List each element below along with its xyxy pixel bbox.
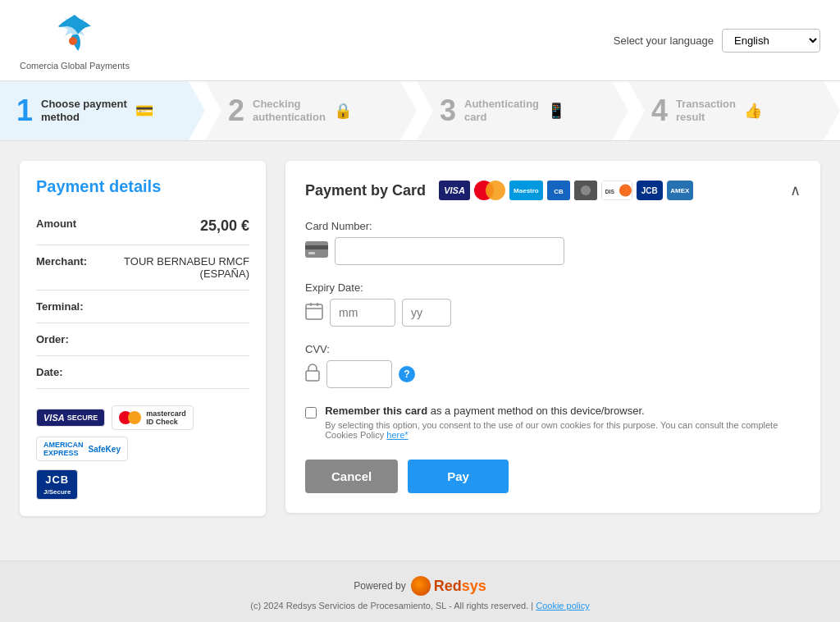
button-row: Cancel Pay <box>305 460 801 493</box>
step-3-icon: 📱 <box>547 102 565 120</box>
redsys-logo: Redsys <box>411 576 486 596</box>
svg-point-7 <box>619 184 632 196</box>
step-3-info: Authenticatingcard <box>464 98 539 123</box>
card-number-label: Card Number: <box>305 220 801 232</box>
step-1: 1 Choose paymentmethod 💳 <box>0 81 205 140</box>
svg-rect-15 <box>306 371 319 381</box>
language-label: Select your language <box>614 34 714 47</box>
payment-details-panel: Payment details Amount 25,00 € Merchant:… <box>20 161 266 516</box>
maestro-logo: Maestro <box>509 181 543 200</box>
logo-text: Comercia Global Payments <box>20 61 130 71</box>
redsys-text: Redsys <box>434 578 486 595</box>
step-1-info: Choose paymentmethod <box>41 98 127 123</box>
step-2-info: Checkingauthentication <box>253 98 326 123</box>
mc-idcheck-logo: mastercardID Check <box>112 405 194 430</box>
step-4-info: Transactionresult <box>676 98 736 123</box>
step-2-title: Checkingauthentication <box>253 98 326 123</box>
panel-header: Payment by Card VISA Maestro CB <box>305 181 801 200</box>
expiry-input-row <box>305 299 801 327</box>
language-area: Select your language English Español Fra… <box>614 29 820 53</box>
order-row: Order: <box>36 323 249 356</box>
step-4-number: 4 <box>651 96 668 126</box>
copyright-text: (c) 2024 Redsys Servicios de Procesamien… <box>250 601 533 611</box>
payment-details-heading: Payment details <box>36 177 249 196</box>
brand-logo <box>42 10 107 59</box>
jcb-secure-logo: JCB J/Secure <box>36 469 78 500</box>
cvv-input-row: ? <box>305 360 801 388</box>
svg-rect-10 <box>308 252 315 254</box>
logo-area: Comercia Global Payments <box>20 10 130 71</box>
visa-logo: VISA <box>439 181 470 200</box>
amount-value: 25,00 € <box>200 217 249 235</box>
footer-copyright: (c) 2024 Redsys Servicios de Procesamien… <box>15 601 825 611</box>
remember-text-area: Remember this card as a payment method o… <box>325 405 801 440</box>
svg-text:CB: CB <box>554 188 564 195</box>
powered-by-text: Powered by <box>354 580 405 592</box>
svg-rect-11 <box>306 304 322 319</box>
step-1-title: Choose paymentmethod <box>41 98 127 123</box>
step-2-icon: 🔒 <box>334 102 352 120</box>
step-4: 4 Transactionresult 👍 <box>628 81 840 140</box>
footer-powered-row: Powered by Redsys <box>15 576 825 596</box>
cookies-policy-link[interactable]: here* <box>386 430 408 440</box>
jcb-logo-row: JCB J/Secure <box>36 469 249 500</box>
remember-card-text: Remember this card as a payment method o… <box>325 405 801 417</box>
step-4-title: Transactionresult <box>676 98 736 123</box>
cvv-help-button[interactable]: ? <box>399 366 415 382</box>
payment-card-panel: Payment by Card VISA Maestro CB <box>285 161 820 513</box>
remember-card-row: Remember this card as a payment method o… <box>305 405 801 440</box>
card-icon <box>305 241 328 262</box>
cvv-input[interactable] <box>326 360 392 388</box>
merchant-label: Merchant: <box>36 255 87 268</box>
step-3-number: 3 <box>440 96 456 126</box>
step-2-number: 2 <box>228 96 244 126</box>
amount-label: Amount <box>36 217 76 230</box>
step-1-icon: 💳 <box>135 102 153 120</box>
jcb-logo: JCB <box>637 181 663 200</box>
remember-card-suffix: as a payment method on this device/brows… <box>431 405 645 417</box>
svg-text:DIS: DIS <box>605 189 615 194</box>
discover-logo: DIS <box>601 181 632 200</box>
step-2: 2 Checkingauthentication 🔒 <box>205 81 417 140</box>
step-3-title: Authenticatingcard <box>464 98 539 123</box>
cookie-policy-link[interactable]: Cookie policy <box>536 601 589 611</box>
pay-button[interactable]: Pay <box>408 460 509 493</box>
collapse-button[interactable]: ∧ <box>790 181 801 199</box>
expiry-field: Expiry Date: <box>305 281 801 327</box>
steps-bar: 1 Choose paymentmethod 💳 2 Checkingauthe… <box>0 81 840 141</box>
card-logos: VISA Maestro CB DIS <box>439 181 693 200</box>
card-number-input-row <box>305 237 801 265</box>
cancel-button[interactable]: Cancel <box>305 460 398 493</box>
step-1-number: 1 <box>16 96 33 126</box>
amex-safekey-logo: AMERICANEXPRESS SafeKey <box>36 437 128 461</box>
calendar-icon <box>305 302 323 324</box>
generic-logo-2 <box>574 181 597 200</box>
security-logos: VISA SECURE mastercardID Check AMERICANE… <box>36 405 249 461</box>
terminal-label: Terminal: <box>36 300 84 313</box>
card-number-input[interactable] <box>335 237 564 265</box>
cvv-field: CVV: ? <box>305 343 801 388</box>
remember-card-strong: Remember this card <box>325 405 427 417</box>
amex-logo: AMEX <box>667 181 693 200</box>
remember-sub-text: By selecting this option, you consent to… <box>325 420 801 440</box>
expiry-mm-input[interactable] <box>330 299 395 327</box>
card-number-field: Card Number: <box>305 220 801 265</box>
remember-checkbox[interactable] <box>305 406 317 419</box>
merchant-value: TOUR BERNABEU RMCF (ESPAÑA) <box>102 255 249 280</box>
expiry-yy-input[interactable] <box>402 299 451 327</box>
redsys-ball-icon <box>411 576 431 596</box>
mastercard-logo <box>474 181 505 200</box>
generic-logo-1: CB <box>547 181 570 200</box>
header: Comercia Global Payments Select your lan… <box>0 0 840 81</box>
order-label: Order: <box>36 333 69 345</box>
expiry-label: Expiry Date: <box>305 281 801 294</box>
step-4-icon: 👍 <box>744 102 762 120</box>
footer: Powered by Redsys (c) 2024 Redsys Servic… <box>0 560 840 622</box>
step-3: 3 Authenticatingcard 📱 <box>417 81 628 140</box>
merchant-row: Merchant: TOUR BERNABEU RMCF (ESPAÑA) <box>36 245 249 290</box>
svg-point-0 <box>69 37 77 45</box>
lock-icon <box>305 364 320 386</box>
language-select[interactable]: English Español Français Deutsch <box>722 29 820 53</box>
svg-point-4 <box>581 185 591 195</box>
date-row: Date: <box>36 356 249 389</box>
